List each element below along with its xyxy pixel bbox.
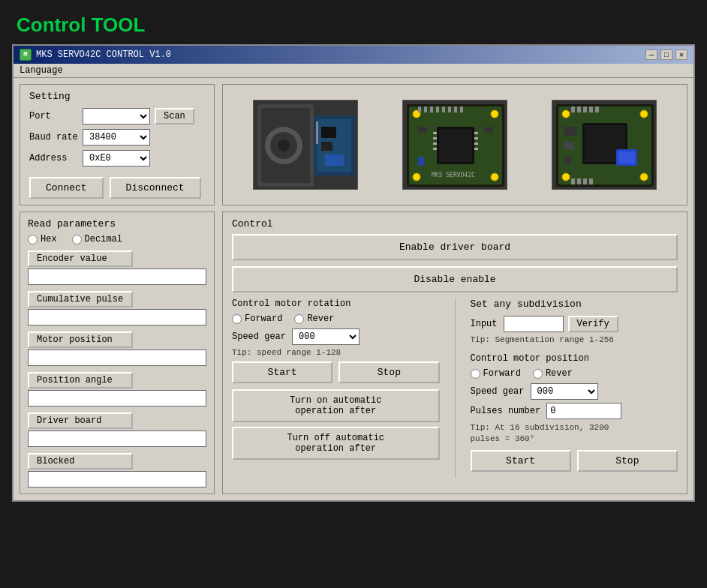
input-verify-row: Input Verify — [471, 316, 678, 332]
position-rever-radio[interactable] — [533, 369, 543, 379]
driver-board-input[interactable] — [28, 430, 206, 447]
speed-gear-select[interactable]: 000 — [292, 328, 360, 345]
position-rever-text: Rever — [546, 368, 573, 379]
forward-label: Forward — [245, 314, 282, 324]
blocked-button[interactable]: Blocked — [28, 453, 133, 470]
titlebar-left: M MKS SERVO42C CONTROL V1.0 — [20, 49, 171, 61]
address-label: Address — [29, 153, 78, 164]
tip-speed-text: Tip: speed range 1-128 — [232, 348, 440, 357]
pulses-tip: Tip: At 16 subdivision, 3200 pulses = 36… — [471, 422, 678, 446]
cumulative-value-input[interactable] — [28, 309, 206, 326]
cumulative-pulse-button[interactable]: Cumulative pulse — [28, 291, 133, 308]
settings-title: Setting — [29, 91, 205, 102]
svg-rect-23 — [474, 132, 478, 134]
speed-gear-row: Speed gear 000 — [232, 328, 440, 345]
position-speed-select[interactable]: 000 — [531, 383, 598, 400]
app-title: Control TOOL — [0, 0, 707, 44]
svg-rect-19 — [433, 132, 437, 134]
svg-rect-30 — [436, 106, 439, 112]
driver-board-button[interactable]: Driver board — [28, 412, 133, 429]
svg-rect-26 — [474, 148, 478, 150]
motor-position-button[interactable]: Motor position — [28, 332, 133, 348]
position-start-button[interactable]: Start — [471, 450, 571, 472]
svg-text:MKS SERVO42C: MKS SERVO42C — [432, 172, 475, 178]
port-select[interactable] — [83, 108, 150, 124]
settings-panel: Setting Port Scan Baud rate 38400 Addres… — [20, 84, 215, 206]
scan-button[interactable]: Scan — [155, 108, 194, 124]
enable-driver-button[interactable]: Enable driver board — [232, 234, 678, 260]
control-panel: Control Enable driver board Disable enab… — [222, 212, 687, 494]
subdivision-input[interactable] — [504, 316, 564, 332]
maximize-button[interactable]: □ — [660, 50, 672, 60]
svg-rect-48 — [618, 152, 635, 164]
rotation-rever-label[interactable]: Rever — [294, 314, 334, 324]
svg-rect-28 — [424, 106, 427, 112]
address-select[interactable]: 0xE0 — [83, 150, 150, 166]
hex-radio[interactable] — [28, 235, 38, 244]
auto-on-button[interactable]: Turn on automatic operation after — [232, 389, 440, 422]
control-left: Control motor rotation Forward Rever — [232, 298, 440, 478]
position-angle-input[interactable] — [28, 390, 206, 406]
svg-rect-54 — [571, 178, 575, 184]
language-menu[interactable]: Language — [20, 65, 63, 76]
svg-point-10 — [278, 140, 290, 152]
verify-button[interactable]: Verify — [568, 316, 618, 332]
pulses-input[interactable] — [546, 403, 621, 419]
svg-rect-6 — [325, 154, 344, 166]
position-stop-button[interactable]: Stop — [577, 450, 678, 472]
svg-rect-36 — [418, 127, 427, 133]
position-rever-label[interactable]: Rever — [533, 368, 573, 379]
connect-button[interactable]: Connect — [29, 177, 104, 199]
input-label: Input — [471, 319, 499, 329]
svg-rect-27 — [418, 106, 421, 112]
auto-off-button[interactable]: Turn off automatic operation after — [232, 427, 440, 460]
decimal-radio[interactable] — [72, 235, 82, 244]
blocked-input[interactable] — [28, 471, 206, 488]
svg-rect-55 — [577, 178, 581, 184]
svg-rect-22 — [433, 148, 437, 150]
svg-rect-51 — [583, 106, 587, 112]
rotation-forward-label[interactable]: Forward — [232, 314, 282, 324]
svg-rect-53 — [595, 106, 599, 112]
rotation-rever-radio[interactable] — [294, 314, 304, 324]
position-speed-row: Speed gear 000 — [471, 383, 678, 400]
svg-rect-25 — [474, 142, 478, 145]
rotation-stop-button[interactable]: Stop — [338, 362, 439, 383]
speed-gear-label: Speed gear — [232, 332, 286, 342]
window-title: MKS SERVO42C CONTROL V1.0 — [36, 50, 171, 60]
hex-radio-label[interactable]: Hex — [28, 234, 57, 244]
port-row: Port Scan — [29, 108, 205, 124]
menubar: Language — [14, 64, 693, 78]
minimize-button[interactable]: — — [645, 50, 657, 60]
motor-position-input[interactable] — [28, 350, 206, 366]
baud-label: Baud rate — [29, 132, 78, 142]
motor-rotation-title: Control motor rotation — [232, 298, 440, 309]
pulses-row: Pulses number — [471, 403, 678, 419]
position-forward-radio[interactable] — [471, 369, 480, 379]
rotation-forward-radio[interactable] — [232, 314, 242, 324]
position-forward-text: Forward — [483, 368, 521, 379]
address-row: Address 0xE0 — [29, 150, 205, 166]
decimal-radio-label[interactable]: Decimal — [72, 234, 122, 244]
position-speed-label: Speed gear — [471, 386, 525, 397]
svg-rect-57 — [589, 178, 593, 184]
baud-row: Baud rate 38400 — [29, 129, 205, 146]
baud-select[interactable]: 38400 — [83, 129, 150, 146]
svg-point-41 — [562, 110, 570, 118]
close-button[interactable]: ✕ — [675, 50, 687, 60]
svg-point-16 — [491, 173, 498, 181]
svg-rect-37 — [484, 127, 493, 133]
position-forward-label[interactable]: Forward — [471, 368, 521, 379]
encoder-value-input[interactable] — [28, 268, 206, 285]
disable-enable-button[interactable]: Disable enable — [232, 266, 678, 292]
images-panel: MKS SERVO42C — [222, 84, 687, 206]
hex-decimal-row: Hex Decimal — [28, 234, 206, 244]
svg-rect-59 — [564, 142, 574, 149]
decimal-label: Decimal — [85, 234, 122, 244]
disconnect-button[interactable]: Disconnect — [110, 177, 201, 199]
position-angle-button[interactable]: Position angle — [28, 372, 133, 388]
motor-position-title: Control motor position — [471, 353, 678, 364]
rotation-start-button[interactable]: Start — [232, 362, 332, 383]
encoder-value-button[interactable]: Encoder value — [28, 250, 133, 267]
svg-rect-18 — [439, 129, 472, 162]
